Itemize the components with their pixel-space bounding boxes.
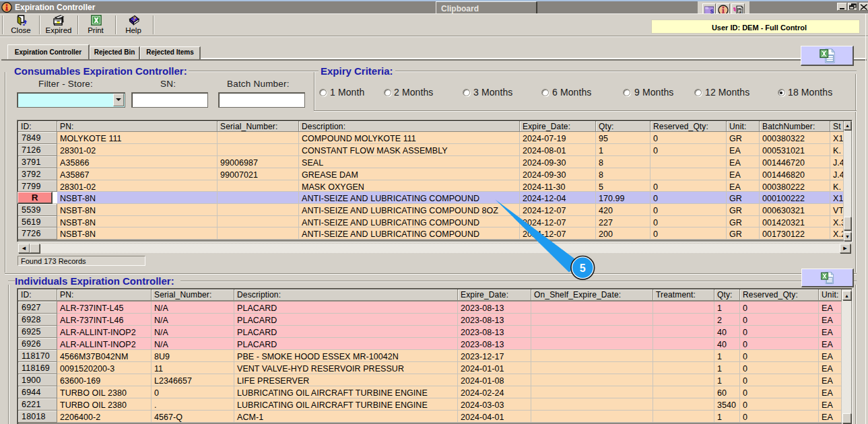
svg-text:5: 5: [580, 262, 586, 274]
